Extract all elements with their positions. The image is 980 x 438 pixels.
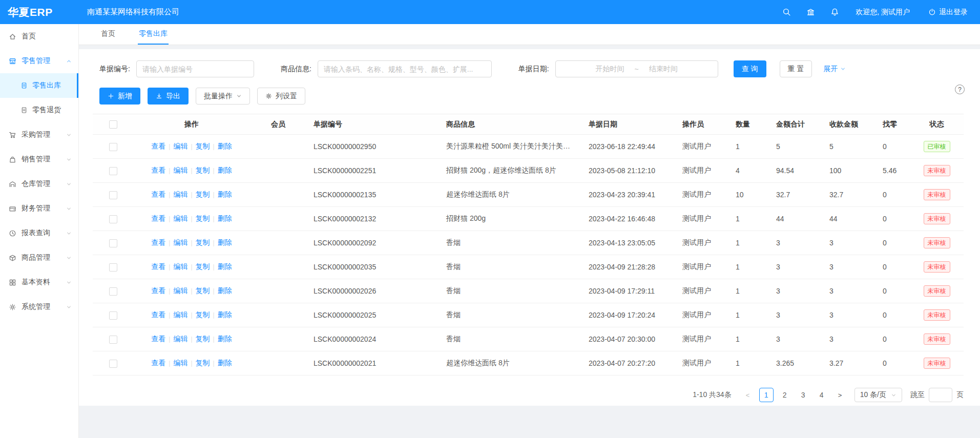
- copy-link[interactable]: 复制: [196, 310, 210, 319]
- edit-link[interactable]: 编辑: [173, 286, 187, 295]
- delete-link[interactable]: 删除: [218, 335, 232, 343]
- bill-no-input[interactable]: [136, 60, 254, 77]
- sidebar-item-warehouse[interactable]: 仓库管理: [0, 172, 78, 196]
- view-link[interactable]: 查看: [151, 166, 165, 174]
- copy-link[interactable]: 复制: [196, 286, 210, 295]
- row-checkbox[interactable]: [109, 311, 117, 320]
- delete-link[interactable]: 删除: [218, 214, 232, 222]
- action-separator: |: [213, 215, 215, 222]
- delete-link[interactable]: 删除: [218, 359, 232, 367]
- row-checkbox[interactable]: [109, 336, 117, 344]
- sidebar-item-retail-return[interactable]: 零售退货: [0, 98, 78, 122]
- edit-link[interactable]: 编辑: [173, 310, 187, 319]
- select-all-checkbox[interactable]: [109, 120, 117, 129]
- edit-link[interactable]: 编辑: [173, 142, 187, 150]
- sidebar-item-finance[interactable]: 财务管理: [0, 196, 78, 221]
- search-button[interactable]: 查 询: [734, 60, 766, 77]
- next-page-button[interactable]: >: [833, 388, 847, 402]
- search-icon[interactable]: [782, 8, 791, 16]
- chevron-down-icon: [66, 231, 72, 236]
- sidebar-item-retail-out[interactable]: 零售出库: [0, 73, 78, 98]
- sidebar-item-basedata[interactable]: 基本资料: [0, 270, 78, 295]
- sidebar-item-purchase[interactable]: 采购管理: [0, 122, 78, 147]
- sidebar-item-report[interactable]: 报表查询: [0, 221, 78, 245]
- chevron-down-icon: [840, 66, 846, 72]
- copy-link[interactable]: 复制: [196, 214, 210, 222]
- edit-link[interactable]: 编辑: [173, 190, 187, 198]
- batch-actions-button[interactable]: 批量操作: [196, 88, 250, 105]
- delete-link[interactable]: 删除: [218, 190, 232, 198]
- copy-link[interactable]: 复制: [196, 166, 210, 174]
- copy-link[interactable]: 复制: [196, 335, 210, 343]
- reset-button[interactable]: 重 置: [780, 60, 812, 77]
- delete-link[interactable]: 删除: [218, 142, 232, 150]
- view-link[interactable]: 查看: [151, 190, 165, 198]
- prev-page-button[interactable]: <: [741, 388, 755, 402]
- edit-link[interactable]: 编辑: [173, 166, 187, 174]
- edit-link[interactable]: 编辑: [173, 335, 187, 343]
- delete-link[interactable]: 删除: [218, 310, 232, 319]
- row-checkbox[interactable]: [109, 287, 117, 296]
- view-link[interactable]: 查看: [151, 238, 165, 246]
- page-button-2[interactable]: 2: [778, 388, 792, 402]
- page-button-3[interactable]: 3: [796, 388, 810, 402]
- view-link[interactable]: 查看: [151, 142, 165, 150]
- page-size-select[interactable]: 10 条/页: [854, 388, 902, 402]
- expand-link[interactable]: 展开: [823, 65, 846, 74]
- page-button-1[interactable]: 1: [759, 388, 774, 402]
- copy-link[interactable]: 复制: [196, 238, 210, 246]
- view-link[interactable]: 查看: [151, 335, 165, 343]
- delete-link[interactable]: 删除: [218, 286, 232, 295]
- member-cell: [250, 255, 306, 279]
- edit-link[interactable]: 编辑: [173, 214, 187, 222]
- sidebar-item-home[interactable]: 首页: [0, 24, 78, 49]
- copy-link[interactable]: 复制: [196, 262, 210, 270]
- product-info-input[interactable]: [318, 60, 492, 77]
- delete-link[interactable]: 删除: [218, 262, 232, 270]
- help-icon[interactable]: ?: [955, 85, 965, 94]
- sidebar-item-sales[interactable]: 销售管理: [0, 147, 78, 172]
- row-checkbox[interactable]: [109, 360, 117, 368]
- date-end-placeholder[interactable]: 结束时间: [649, 65, 678, 74]
- date-start-placeholder[interactable]: 开始时间: [596, 65, 624, 74]
- copy-link[interactable]: 复制: [196, 142, 210, 150]
- tab-retail-out[interactable]: 零售出库: [138, 24, 169, 45]
- copy-link[interactable]: 复制: [196, 190, 210, 198]
- table-row: 查看|编辑|复制|删除LSCK00000002251招财猫 200g，超迷你维达…: [93, 159, 964, 183]
- chevron-down-icon: [236, 93, 242, 99]
- sidebar-item-system[interactable]: 系统管理: [0, 295, 78, 319]
- row-checkbox[interactable]: [109, 167, 117, 175]
- view-link[interactable]: 查看: [151, 310, 165, 319]
- row-checkbox[interactable]: [109, 215, 117, 223]
- operator-cell: 测试用户: [675, 351, 728, 376]
- home-icon: [9, 33, 16, 40]
- bell-icon[interactable]: [830, 8, 839, 16]
- edit-link[interactable]: 编辑: [173, 238, 187, 246]
- jump-input[interactable]: [929, 388, 952, 402]
- column-header: 单据日期: [581, 114, 675, 135]
- sidebar-item-goods[interactable]: 商品管理: [0, 245, 78, 270]
- view-link[interactable]: 查看: [151, 359, 165, 367]
- date-range-picker[interactable]: 开始时间 ~ 结束时间: [555, 60, 718, 77]
- view-link[interactable]: 查看: [151, 286, 165, 295]
- page-button-4[interactable]: 4: [815, 388, 829, 402]
- view-link[interactable]: 查看: [151, 214, 165, 222]
- row-checkbox[interactable]: [109, 191, 117, 199]
- sidebar-item-retail[interactable]: 零售管理: [0, 49, 78, 73]
- column-settings-button[interactable]: 列设置: [257, 88, 305, 105]
- row-checkbox[interactable]: [109, 263, 117, 272]
- row-checkbox[interactable]: [109, 143, 117, 151]
- edit-link[interactable]: 编辑: [173, 359, 187, 367]
- edit-link[interactable]: 编辑: [173, 262, 187, 270]
- row-checkbox[interactable]: [109, 239, 117, 247]
- plus-icon: [108, 93, 114, 99]
- copy-link[interactable]: 复制: [196, 359, 210, 367]
- tab-home[interactable]: 首页: [100, 24, 116, 45]
- delete-link[interactable]: 删除: [218, 166, 232, 174]
- export-button[interactable]: 导出: [148, 88, 189, 105]
- add-button[interactable]: 新增: [99, 88, 140, 105]
- logout-button[interactable]: 退出登录: [928, 8, 968, 17]
- delete-link[interactable]: 删除: [218, 238, 232, 246]
- view-link[interactable]: 查看: [151, 262, 165, 270]
- bank-icon[interactable]: [806, 8, 815, 16]
